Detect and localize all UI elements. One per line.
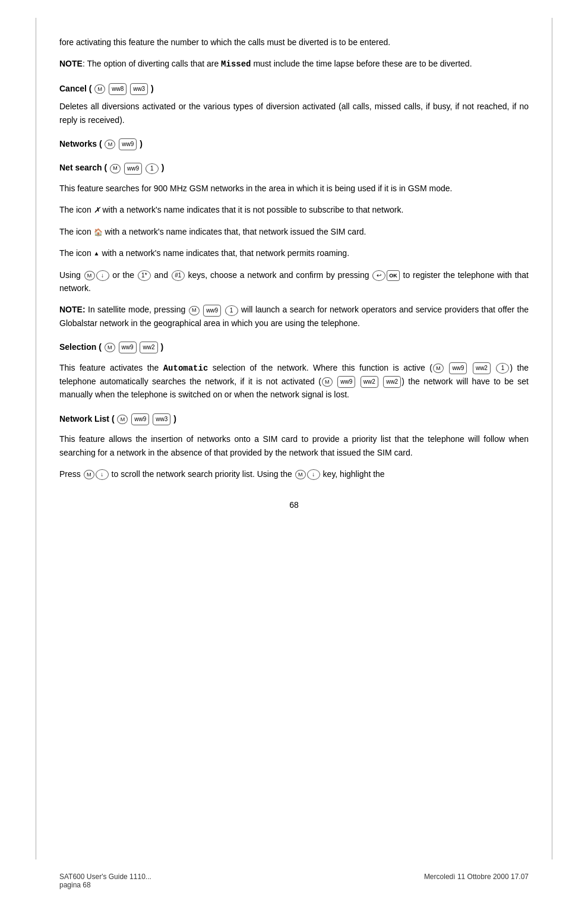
main-content: fore activating this feature the number …	[59, 36, 529, 512]
netsearch-icon-1: 1	[146, 163, 159, 174]
selection-icon-ww2: ww2	[140, 342, 157, 353]
netsearch-p2: The icon ✗ with a network's name indicat…	[59, 203, 529, 217]
cancel-close: )	[151, 84, 154, 93]
note1-text: : The option of diverting calls that are	[83, 59, 221, 68]
icon-home-symbol: 🏠	[94, 228, 103, 236]
sel-active-ww9: ww9	[449, 362, 467, 374]
cancel-heading: Cancel ( M ww8 ww3 )	[59, 82, 529, 95]
netsearch-p4: The icon ▲ with a network's name indicat…	[59, 246, 529, 260]
netsearch-p5-icon-1star: 1*	[138, 270, 151, 281]
netlist-close: )	[173, 414, 176, 424]
selection-heading: Selection ( M ww9 ww2 )	[59, 340, 529, 353]
netlist-p2-icon-down2: ↓	[307, 469, 320, 480]
netlist-heading: Network List ( M ww9 ww3 )	[59, 412, 529, 425]
page-number: 68	[59, 498, 529, 511]
note2-label: NOTE:	[59, 305, 86, 314]
note2-icon-m: M	[189, 306, 200, 315]
note1-paragraph: NOTE: The option of diverting calls that…	[59, 57, 529, 71]
netsearch-p1: This feature searches for 900 MHz GSM ne…	[59, 182, 529, 195]
cancel-icon-ww3: ww3	[130, 83, 148, 95]
netlist-p2-icon-m2: M	[295, 470, 306, 479]
sel-inactive-ww9: ww9	[337, 376, 355, 388]
selection-desc: This feature activates the Automatic sel…	[59, 361, 529, 402]
netlist-icon-ww3: ww3	[153, 413, 170, 425]
cancel-label: Cancel (	[59, 84, 91, 93]
right-border	[552, 18, 552, 859]
netsearch-p3: The icon 🏠 with a network's name indicat…	[59, 225, 529, 238]
selection-close: )	[160, 342, 163, 352]
netlist-icon-ww9: ww9	[131, 413, 149, 425]
networks-label: Networks (	[59, 139, 102, 148]
netsearch-label: Net search (	[59, 163, 107, 172]
intro-text: fore activating this feature the number …	[59, 37, 390, 47]
networks-close: )	[140, 139, 143, 148]
netlist-p2: Press M↓ to scroll the network search pr…	[59, 467, 529, 481]
netsearch-p5-icon-down: ↓	[96, 270, 109, 281]
note1-label: NOTE	[59, 59, 83, 68]
intro-paragraph: fore activating this feature the number …	[59, 36, 529, 49]
footer-right: Mercoledì 11 Ottobre 2000 17.07	[424, 873, 529, 889]
netsearch-p5-icon-ok: OK	[387, 270, 400, 281]
footer: SAT600 User's Guide 1110...pagina 68 Mer…	[59, 873, 529, 889]
netlist-p2-icon-down1: ↓	[96, 469, 109, 480]
selection-icon-m: M	[105, 343, 115, 352]
selection-label: Selection (	[59, 342, 102, 352]
note2-icon-ww9: ww9	[203, 305, 221, 317]
netsearch-icon-m: M	[110, 164, 121, 173]
netsearch-p5-icon-hash1: #1	[172, 270, 185, 281]
sel-inactive-ww2b: ww2	[383, 376, 401, 388]
networks-heading: Networks ( M ww9 )	[59, 137, 529, 150]
cancel-icon-m: M	[94, 84, 105, 94]
networks-icon-ww9: ww9	[119, 138, 137, 150]
left-border	[36, 18, 36, 859]
note2-paragraph: NOTE: In satellite mode, pressing M ww9 …	[59, 303, 529, 330]
page: fore activating this feature the number …	[0, 0, 588, 907]
netlist-label: Network List (	[59, 414, 115, 424]
netlist-icon-m: M	[117, 415, 128, 424]
sel-active-m: M	[433, 364, 444, 373]
netsearch-heading: Net search ( M ww9 1 )	[59, 161, 529, 174]
sel-active-ww2: ww2	[473, 362, 491, 374]
netsearch-close: )	[162, 163, 165, 172]
sel-inactive-m: M	[322, 377, 333, 387]
sel-active-1: 1	[496, 363, 509, 374]
networks-icon-m: M	[105, 140, 115, 149]
netsearch-p5-icon-m: M	[84, 271, 95, 280]
note1-rest: must include the time lapse before these…	[251, 59, 472, 68]
netsearch-p5-icon-back: ↩	[372, 270, 385, 281]
netsearch-p5: Using M↓ or the 1* and #1 keys, choose a…	[59, 268, 529, 295]
netsearch-icon-ww9: ww9	[124, 163, 142, 175]
selection-monospace: Automatic	[163, 364, 208, 373]
footer-left: SAT600 User's Guide 1110...pagina 68	[59, 873, 151, 889]
sel-inactive-ww2a: ww2	[361, 376, 378, 388]
cancel-icon-ww8: ww8	[109, 83, 127, 95]
note1-missed: Missed	[221, 59, 251, 69]
selection-icon-ww9: ww9	[119, 342, 137, 353]
icon-triangle-symbol: ▲	[94, 251, 100, 257]
netlist-p1: This feature allows the insertion of net…	[59, 432, 529, 459]
cancel-desc: Deletes all diversions activated or the …	[59, 100, 529, 127]
icon-x-symbol: ✗	[94, 206, 100, 214]
netlist-p2-icon-m1: M	[84, 470, 94, 479]
note2-icon-1: 1	[225, 305, 238, 316]
